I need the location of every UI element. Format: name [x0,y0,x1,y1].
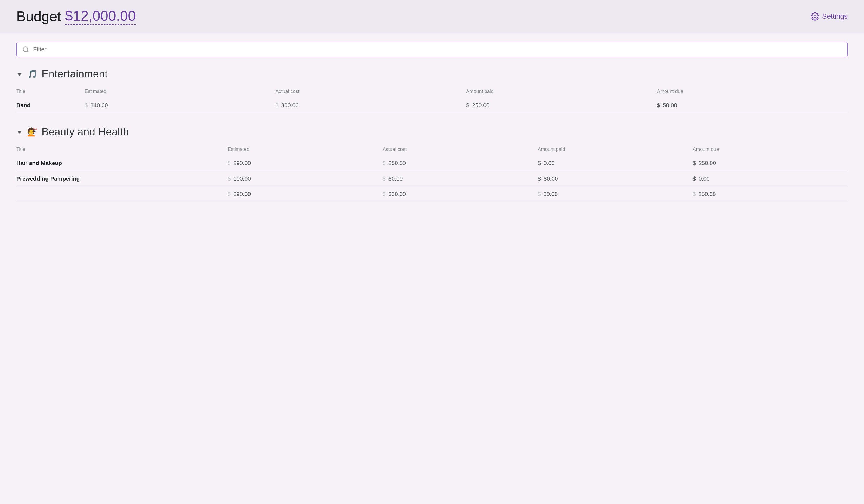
row-due: $ 50.00 [657,98,848,113]
actual-value: 300.00 [281,102,299,109]
paid-value: 80.00 [543,175,558,182]
settings-button[interactable]: Settings [811,12,848,21]
col-due-beauty: Amount due [693,144,848,156]
row-estimated: $ 100.00 [228,171,383,186]
dollar-sign-icon: $ [538,160,541,167]
dollar-sign-icon: $ [538,175,541,182]
budget-label: Budget [16,8,61,24]
total-estimated-value: 390.00 [233,191,251,197]
beauty-icon: 💇 [27,127,37,137]
row-title: Hair and Makeup [16,156,228,171]
col-estimated-beauty: Estimated [228,144,383,156]
col-estimated-ent: Estimated [85,86,275,98]
main-content: 🎵 Entertainment Title Estimated Actual c… [0,33,864,224]
totals-label [16,186,228,202]
beauty-title: Beauty and Health [41,126,129,138]
row-estimated: $ 340.00 [85,98,275,113]
dollar-sign-icon: $ [383,191,386,197]
entertainment-header: 🎵 Entertainment [16,68,848,80]
dollar-sign-icon: $ [538,191,541,197]
col-actual-beauty: Actual cost [383,144,538,156]
budget-amount[interactable]: $12,000.00 [65,8,136,25]
svg-point-0 [814,15,816,17]
row-paid: $ 80.00 [538,171,693,186]
col-paid-ent: Amount paid [466,86,657,98]
filter-input[interactable] [33,46,842,53]
dollar-sign-icon: $ [693,191,696,197]
page-header: Budget $12,000.00 Settings [0,0,864,33]
due-value: 250.00 [699,160,716,167]
entertainment-collapse-button[interactable] [16,72,23,77]
entertainment-table: Title Estimated Actual cost Amount paid … [16,86,848,113]
paid-value: 250.00 [472,102,489,109]
col-actual-ent: Actual cost [275,86,466,98]
estimated-value: 290.00 [233,160,251,167]
row-due: $ 0.00 [693,171,848,186]
table-row: Hair and Makeup $ 290.00 $ 250.00 [16,156,848,171]
dollar-sign-icon: $ [466,102,469,109]
totals-paid: $ 80.00 [538,186,693,202]
row-actual: $ 80.00 [383,171,538,186]
totals-estimated: $ 390.00 [228,186,383,202]
row-estimated: $ 290.00 [228,156,383,171]
table-row: Band $ 340.00 $ 300.00 [16,98,848,113]
due-value: 0.00 [699,175,710,182]
total-actual-value: 330.00 [388,191,406,197]
entertainment-icon: 🎵 [27,69,37,79]
entertainment-title: Entertainment [41,68,108,80]
estimated-value: 340.00 [90,102,108,109]
filter-bar [16,41,848,57]
search-icon [22,46,29,53]
dollar-sign-icon: $ [275,102,278,109]
dollar-sign-icon: $ [383,176,386,182]
svg-line-2 [27,51,28,52]
dollar-sign-icon: $ [693,175,696,182]
dollar-sign-icon: $ [228,191,231,197]
paid-value: 0.00 [543,160,555,167]
entertainment-section: 🎵 Entertainment Title Estimated Actual c… [16,68,848,113]
estimated-value: 100.00 [233,175,251,182]
row-paid: $ 250.00 [466,98,657,113]
budget-title: Budget $12,000.00 [16,8,136,25]
beauty-header: 💇 Beauty and Health [16,126,848,138]
row-title: Band [16,98,85,113]
svg-point-1 [23,47,28,51]
dollar-sign-icon: $ [85,102,87,109]
row-paid: $ 0.00 [538,156,693,171]
dollar-sign-icon: $ [228,176,231,182]
col-paid-beauty: Amount paid [538,144,693,156]
chevron-down-icon [17,73,22,76]
actual-value: 250.00 [388,160,406,167]
total-paid-value: 80.00 [543,191,558,197]
row-actual: $ 300.00 [275,98,466,113]
totals-due: $ 250.00 [693,186,848,202]
beauty-table: Title Estimated Actual cost Amount paid … [16,144,848,202]
total-due-value: 250.00 [698,191,716,197]
due-value: 50.00 [663,102,677,109]
dollar-sign-icon: $ [383,160,386,167]
totals-row: $ 390.00 $ 330.00 $ 80.00 [16,186,848,202]
chevron-down-icon [17,131,22,134]
dollar-sign-icon: $ [693,160,696,167]
actual-value: 80.00 [388,175,403,182]
totals-actual: $ 330.00 [383,186,538,202]
col-title-ent: Title [16,86,85,98]
beauty-collapse-button[interactable] [16,130,23,135]
col-title-beauty: Title [16,144,228,156]
col-due-ent: Amount due [657,86,848,98]
settings-label: Settings [822,12,848,21]
row-title: Prewedding Pampering [16,171,228,186]
beauty-section: 💇 Beauty and Health Title Estimated Actu… [16,126,848,202]
table-row: Prewedding Pampering $ 100.00 $ 80.00 [16,171,848,186]
gear-icon [811,12,819,21]
row-actual: $ 250.00 [383,156,538,171]
dollar-sign-icon: $ [657,102,660,109]
dollar-sign-icon: $ [228,160,231,167]
row-due: $ 250.00 [693,156,848,171]
